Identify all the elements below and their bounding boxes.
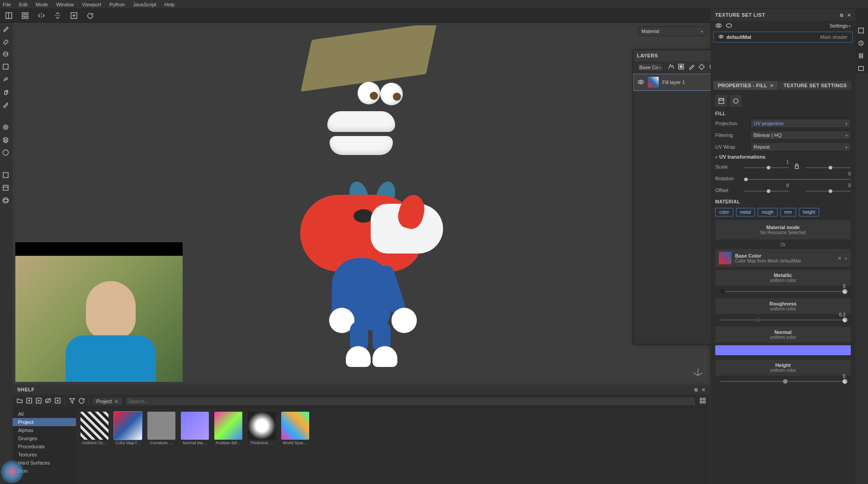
shelf-item[interactable]: Thickness …: [247, 412, 277, 445]
brush-tool-icon[interactable]: [2, 25, 10, 33]
rotation-slider[interactable]: 0: [744, 174, 851, 183]
material-preview-icon[interactable]: [730, 95, 741, 107]
layout-2d3d-toggle-icon[interactable]: [4, 11, 14, 21]
scale-y-slider[interactable]: [806, 162, 851, 171]
effect-icon[interactable]: [667, 63, 674, 71]
new-resource-icon[interactable]: [35, 397, 42, 405]
menu-file[interactable]: File: [3, 2, 11, 7]
cat-grunges[interactable]: Grunges: [13, 434, 76, 442]
texture-set-list-tab-icon[interactable]: [858, 27, 866, 35]
close-icon[interactable]: [114, 399, 118, 404]
viewport-mode-select[interactable]: Material: [638, 26, 706, 36]
photoshop-icon[interactable]: [2, 172, 10, 180]
chip-nrm[interactable]: nrm: [780, 208, 796, 216]
viewport-3d[interactable]: Material: [13, 23, 710, 385]
projection-select[interactable]: UV projection: [750, 119, 851, 128]
eye-all-icon[interactable]: [715, 22, 722, 30]
offset-y-slider[interactable]: 0: [806, 186, 851, 195]
uvwrap-select[interactable]: Repeat: [750, 142, 851, 151]
tsl-settings[interactable]: Settings: [830, 23, 851, 28]
shelf-item[interactable]: Color Map f…: [113, 412, 143, 445]
material-mode-box[interactable]: Material mode No Resource Selected: [715, 220, 851, 240]
close-icon[interactable]: [847, 12, 851, 18]
offset-x-slider[interactable]: 0: [744, 186, 789, 195]
chip-rough[interactable]: rough: [758, 208, 778, 216]
add-fill-layer-icon[interactable]: [698, 63, 705, 71]
cat-all[interactable]: All: [13, 410, 76, 418]
roughness-slider[interactable]: 0.3: [715, 317, 851, 323]
cat-hard-surfaces[interactable]: Hard Surfaces: [13, 459, 76, 467]
shelf-item[interactable]: World Spac…: [280, 412, 310, 445]
height-block[interactable]: Height uniform color: [715, 360, 851, 376]
eraser-tool-icon[interactable]: [2, 38, 10, 46]
close-icon[interactable]: [770, 83, 774, 88]
menu-mode[interactable]: Mode: [36, 2, 48, 7]
add-mask-icon[interactable]: [678, 63, 684, 71]
shelf-item[interactable]: Normal Ma…: [180, 412, 210, 445]
chip-color[interactable]: color: [715, 208, 733, 216]
import-icon[interactable]: [26, 397, 33, 405]
eye-solo-icon[interactable]: [726, 22, 732, 30]
add-paint-layer-icon[interactable]: [688, 63, 695, 71]
clone-tool-icon[interactable]: [2, 89, 10, 97]
channel-select[interactable]: Base Co: [637, 63, 664, 72]
shelf-item[interactable]: Ambient Oc…: [80, 412, 109, 445]
normal-block[interactable]: Normal uniform color: [715, 327, 851, 343]
grid-view-icon[interactable]: [699, 397, 706, 405]
menu-help[interactable]: Help: [165, 2, 175, 7]
chip-metal[interactable]: metal: [736, 208, 755, 216]
export-icon[interactable]: [54, 397, 61, 405]
shelf-item[interactable]: Position def…: [213, 412, 243, 445]
cat-alphas[interactable]: Alphas: [13, 426, 76, 434]
polygon-fill-tool-icon[interactable]: [2, 63, 10, 71]
projection-tool-icon[interactable]: [2, 51, 10, 59]
pop-out-icon[interactable]: [840, 12, 844, 18]
clear-slot-icon[interactable]: [838, 255, 841, 261]
layers-tab-icon[interactable]: [858, 65, 866, 73]
cat-textures[interactable]: Textures: [13, 451, 76, 459]
menu-edit[interactable]: Edit: [19, 2, 28, 7]
refresh-icon[interactable]: [85, 11, 95, 21]
library-icon[interactable]: [2, 184, 10, 193]
shelf-search-input[interactable]: [125, 397, 696, 406]
picker-tool-icon[interactable]: [2, 101, 10, 109]
settings-gear-icon[interactable]: [2, 124, 10, 132]
menu-window[interactable]: Window: [56, 2, 74, 7]
shelf-breadcrumb[interactable]: Project: [93, 398, 122, 405]
cat-project[interactable]: Project: [13, 418, 76, 426]
lock-icon[interactable]: [793, 163, 802, 171]
menu-viewport[interactable]: Viewport: [82, 2, 101, 7]
normal-color-swatch[interactable]: [715, 345, 851, 355]
material-ball-icon[interactable]: [2, 149, 10, 157]
texture-set-entry[interactable]: defaultMat Main shader: [713, 32, 853, 42]
shader-link[interactable]: Main shader: [820, 34, 848, 40]
folder-tree-icon[interactable]: [16, 397, 23, 405]
chip-height[interactable]: height: [799, 208, 819, 216]
filter-icon[interactable]: [69, 397, 75, 405]
history-tab-icon[interactable]: [858, 40, 866, 48]
uv-transformations-toggle[interactable]: UV transformations: [715, 154, 851, 160]
hide-icon[interactable]: [45, 397, 52, 405]
chevron-down-icon[interactable]: [845, 255, 847, 261]
shelf-item[interactable]: Curvature …: [146, 412, 176, 445]
roughness-block[interactable]: Roughness uniform color: [715, 298, 851, 314]
symmetry-vertical-icon[interactable]: [52, 11, 62, 21]
height-slider[interactable]: 0: [715, 378, 851, 385]
axis-gizmo-icon[interactable]: [693, 367, 703, 378]
scale-x-slider[interactable]: 1: [744, 162, 789, 171]
refresh-shelf-icon[interactable]: [78, 397, 85, 405]
tab-properties-fill[interactable]: PROPERTIES - FILL: [713, 81, 778, 90]
close-icon[interactable]: [702, 387, 706, 393]
log-tab-icon[interactable]: [858, 52, 866, 61]
menu-javascript[interactable]: JavaScript: [133, 2, 156, 7]
layers-stack-icon[interactable]: [2, 136, 10, 145]
filtering-select[interactable]: Bilinear | HQ: [750, 131, 851, 140]
eye-icon[interactable]: [718, 34, 724, 40]
cat-procedurals[interactable]: Procedurals: [13, 442, 76, 451]
menu-python[interactable]: Python: [109, 2, 125, 7]
layout-grid-icon[interactable]: [20, 11, 30, 21]
save-preset-icon[interactable]: [715, 95, 727, 107]
visibility-eye-icon[interactable]: [637, 79, 644, 86]
symmetry-horizontal-icon[interactable]: [36, 11, 46, 21]
pop-out-icon[interactable]: [694, 387, 698, 393]
